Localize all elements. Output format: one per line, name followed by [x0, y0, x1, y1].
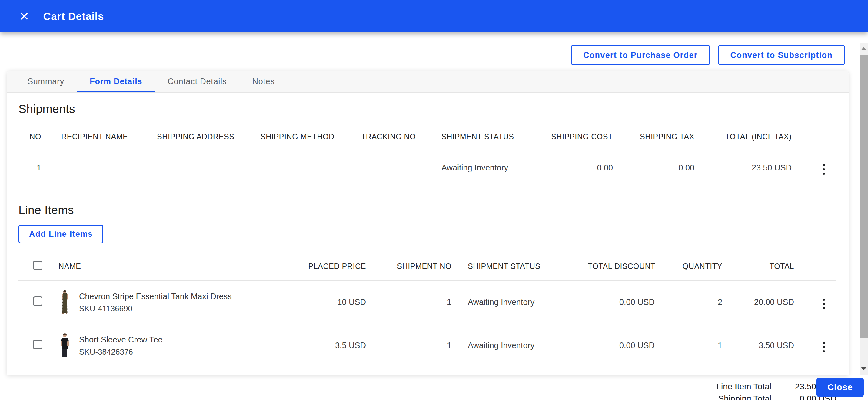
shipment-shipping-cost: 0.00 — [537, 150, 613, 186]
line-item-shipment-no: 1 — [366, 324, 452, 367]
shipment-tracking-no — [361, 150, 441, 186]
shipping-total-label: Shipping Total — [718, 393, 771, 400]
header-actions: Convert to Purchase Order Convert to Sub… — [571, 45, 845, 65]
col-shipping-cost: SHIPPING COST — [537, 124, 613, 150]
tab-bar: Summary Form Details Contact Details Not… — [7, 71, 848, 93]
col-shipping-tax: SHIPPING TAX — [613, 124, 694, 150]
col-tracking-no: TRACKING NO — [361, 124, 441, 150]
line-item-total: 20.00 USD — [722, 281, 794, 324]
col-total: TOTAL — [722, 252, 794, 281]
line-items-table: NAME PLACED PRICE SHIPMENT NO SHIPMENT S… — [19, 252, 836, 367]
line-item-name[interactable]: Short Sleeve Crew Tee — [79, 334, 163, 346]
line-item-total: 3.50 USD — [722, 324, 794, 367]
convert-to-purchase-order-button[interactable]: Convert to Purchase Order — [571, 45, 710, 65]
totals-summary: Line Item Total 23.50 USD Shipping Total… — [19, 380, 836, 400]
shipments-section-title: Shipments — [19, 102, 836, 116]
scroll-up-icon[interactable] — [861, 47, 867, 50]
vertical-scrollbar[interactable] — [860, 43, 868, 374]
col-shipment-no: SHIPMENT NO — [366, 252, 452, 281]
line-item-sku: SKU-38426376 — [79, 346, 163, 357]
shipment-no: 1 — [19, 150, 41, 186]
shipment-shipping-address — [157, 150, 260, 186]
col-shipping-method: SHIPPING METHOD — [260, 124, 361, 150]
line-item-row: Short Sleeve Crew Tee SKU-38426376 3.5 U… — [19, 324, 836, 367]
shipments-header-row: NO RECIPIENT NAME SHIPPING ADDRESS SHIPP… — [19, 124, 836, 150]
product-image-maxi-dress — [59, 290, 71, 314]
shipment-shipping-method — [260, 150, 361, 186]
cart-details-card: Summary Form Details Contact Details Not… — [7, 71, 848, 375]
page-title: Cart Details — [43, 10, 104, 23]
col-total-incl-tax: TOTAL (INCL TAX) — [694, 124, 792, 150]
product-image-crew-tee — [59, 333, 71, 358]
col-quantity: QUANTITY — [655, 252, 722, 281]
col-no: NO — [19, 124, 41, 150]
shipment-row: 1 Awaiting Inventory 0.00 0.00 23.50 USD — [19, 150, 836, 186]
col-shipment-status: SHIPMENT STATUS — [452, 252, 588, 281]
scroll-down-icon[interactable] — [861, 367, 867, 370]
row-checkbox[interactable] — [33, 296, 42, 306]
modal-header: ✕ Cart Details — [0, 0, 868, 32]
line-item-name[interactable]: Chevron Stripe Essential Tank Maxi Dress — [79, 290, 232, 303]
tab-notes[interactable]: Notes — [239, 71, 287, 92]
line-item-row: Chevron Stripe Essential Tank Maxi Dress… — [19, 281, 836, 324]
line-item-shipment-status: Awaiting Inventory — [452, 324, 588, 367]
shipment-status: Awaiting Inventory — [441, 150, 537, 186]
line-item-sku: SKU-41136690 — [79, 303, 232, 314]
tab-contact-details[interactable]: Contact Details — [155, 71, 239, 92]
line-items-header-row: NAME PLACED PRICE SHIPMENT NO SHIPMENT S… — [19, 252, 836, 281]
tab-summary[interactable]: Summary — [15, 71, 77, 92]
line-item-row-menu-icon[interactable] — [820, 297, 828, 311]
row-checkbox[interactable] — [33, 340, 42, 349]
col-recipient-name: RECIPIENT NAME — [41, 124, 157, 150]
scrollbar-thumb[interactable] — [860, 55, 868, 338]
line-item-total-discount: 0.00 USD — [588, 281, 655, 324]
line-item-shipment-no: 1 — [366, 281, 452, 324]
line-item-placed-price: 10 USD — [271, 281, 366, 324]
col-shipping-address: SHIPPING ADDRESS — [157, 124, 260, 150]
line-item-row-menu-icon[interactable] — [820, 340, 828, 354]
shipment-total-incl-tax: 23.50 USD — [694, 150, 792, 186]
col-total-discount: TOTAL DISCOUNT — [588, 252, 655, 281]
line-item-total-discount: 0.00 USD — [588, 324, 655, 367]
shipment-shipping-tax: 0.00 — [613, 150, 694, 186]
tab-form-details[interactable]: Form Details — [77, 71, 155, 92]
convert-to-subscription-button[interactable]: Convert to Subscription — [718, 45, 845, 65]
shipment-recipient-name — [41, 150, 157, 186]
shipment-row-menu-icon[interactable] — [820, 162, 828, 176]
select-all-checkbox[interactable] — [33, 261, 42, 270]
line-item-total-label: Line Item Total — [716, 380, 771, 393]
col-name: NAME — [59, 252, 271, 281]
line-item-quantity: 2 — [655, 281, 722, 324]
add-line-items-button[interactable]: Add Line Items — [19, 225, 103, 243]
line-item-placed-price: 3.5 USD — [271, 324, 366, 367]
col-placed-price: PLACED PRICE — [271, 252, 366, 281]
line-item-quantity: 1 — [655, 324, 722, 367]
close-button[interactable]: Close — [816, 377, 864, 397]
close-icon[interactable]: ✕ — [19, 10, 29, 23]
line-items-section-title: Line Items — [19, 203, 836, 217]
line-item-shipment-status: Awaiting Inventory — [452, 281, 588, 324]
col-shipment-status: SHIPMENT STATUS — [441, 124, 537, 150]
shipments-table: NO RECIPIENT NAME SHIPPING ADDRESS SHIPP… — [19, 124, 836, 186]
